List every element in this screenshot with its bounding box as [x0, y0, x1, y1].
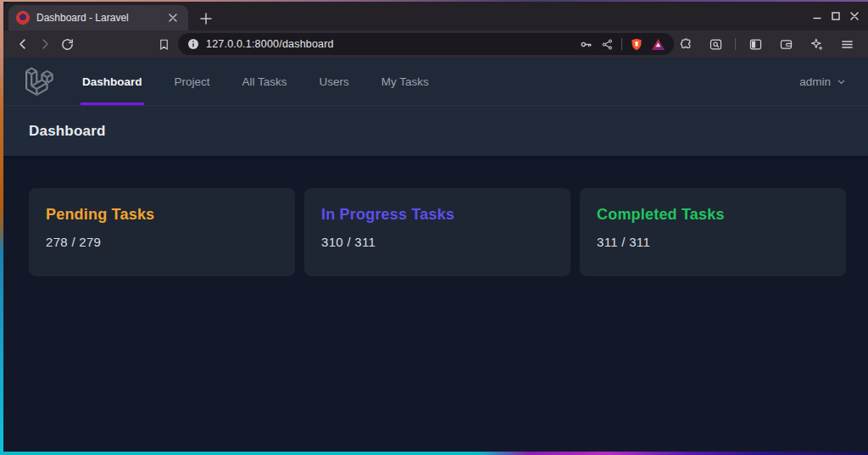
tab-title: Dashboard - Laravel — [36, 12, 159, 24]
browser-tab[interactable]: Dashboard - Laravel — [8, 5, 188, 31]
nav-item-project[interactable]: Project — [173, 58, 212, 105]
user-menu-dropdown[interactable]: admin — [799, 58, 846, 105]
sidebar-toggle-icon[interactable] — [744, 33, 766, 55]
toolbar-right-actions — [674, 33, 860, 55]
nav-item-my-tasks[interactable]: My Tasks — [380, 58, 431, 105]
nav-links: Dashboard Project All Tasks Users My Tas… — [81, 58, 431, 105]
menu-hamburger-icon[interactable] — [836, 33, 858, 55]
card-value: 310 / 311 — [321, 235, 554, 249]
card-value: 311 / 311 — [597, 235, 829, 249]
brave-shield-icon[interactable] — [630, 37, 643, 52]
divider — [735, 38, 736, 50]
app-navbar: Dashboard Project All Tasks Users My Tas… — [3, 58, 868, 106]
chevron-down-icon — [837, 77, 846, 86]
wallpaper-left-edge — [0, 0, 3, 455]
wallpaper-bottom-edge — [0, 452, 868, 455]
nav-item-users[interactable]: Users — [318, 58, 351, 105]
extensions-icon[interactable] — [674, 33, 696, 55]
bookmark-icon[interactable] — [153, 33, 175, 55]
nav-item-all-tasks[interactable]: All Tasks — [241, 58, 289, 105]
stats-cards-row: Pending Tasks 278 / 279 In Progress Task… — [29, 188, 846, 276]
card-value: 278 / 279 — [46, 235, 278, 249]
page-header: Dashboard — [3, 106, 868, 156]
divider — [621, 38, 622, 50]
wallpaper-top-edge — [0, 0, 868, 2]
laravel-logo-icon[interactable] — [25, 58, 53, 105]
close-window-button[interactable] — [849, 11, 860, 21]
address-bar-actions — [579, 37, 665, 52]
user-menu-label: admin — [799, 75, 831, 88]
card-title: Completed Tasks — [597, 206, 829, 224]
new-tab-button[interactable] — [200, 13, 212, 25]
browser-window: Dashboard - Laravel — [3, 2, 868, 452]
share-icon[interactable] — [601, 38, 614, 51]
main-content: Pending Tasks 278 / 279 In Progress Task… — [3, 156, 868, 452]
reload-button[interactable] — [56, 33, 78, 55]
in-progress-tasks-card: In Progress Tasks 310 / 311 — [304, 188, 570, 276]
site-info-icon[interactable] — [186, 37, 200, 51]
browser-toolbar: 127.0.0.1:8000/dashboard — [3, 31, 868, 58]
card-title: Pending Tasks — [46, 206, 278, 224]
wallet-icon[interactable] — [775, 33, 797, 55]
forward-button[interactable] — [34, 33, 56, 55]
minimize-button[interactable] — [812, 11, 822, 21]
tab-close-icon[interactable] — [165, 12, 181, 24]
card-title: In Progress Tasks — [321, 206, 554, 224]
address-bar[interactable]: 127.0.0.1:8000/dashboard — [178, 33, 674, 55]
back-button[interactable] — [12, 33, 34, 55]
brave-rewards-icon[interactable] — [651, 38, 665, 51]
maximize-button[interactable] — [831, 11, 841, 21]
password-key-icon[interactable] — [579, 37, 593, 52]
laravel-favicon-icon — [16, 11, 30, 25]
search-tabs-icon[interactable] — [704, 33, 726, 55]
leo-ai-sparkle-icon[interactable] — [805, 33, 827, 55]
window-controls — [812, 2, 860, 31]
completed-tasks-card: Completed Tasks 311 / 311 — [580, 188, 846, 276]
page-title: Dashboard — [29, 123, 106, 140]
pending-tasks-card: Pending Tasks 278 / 279 — [29, 188, 295, 276]
nav-item-dashboard[interactable]: Dashboard — [81, 58, 144, 105]
url-text[interactable]: 127.0.0.1:8000/dashboard — [206, 38, 573, 50]
tab-strip: Dashboard - Laravel — [3, 2, 868, 31]
